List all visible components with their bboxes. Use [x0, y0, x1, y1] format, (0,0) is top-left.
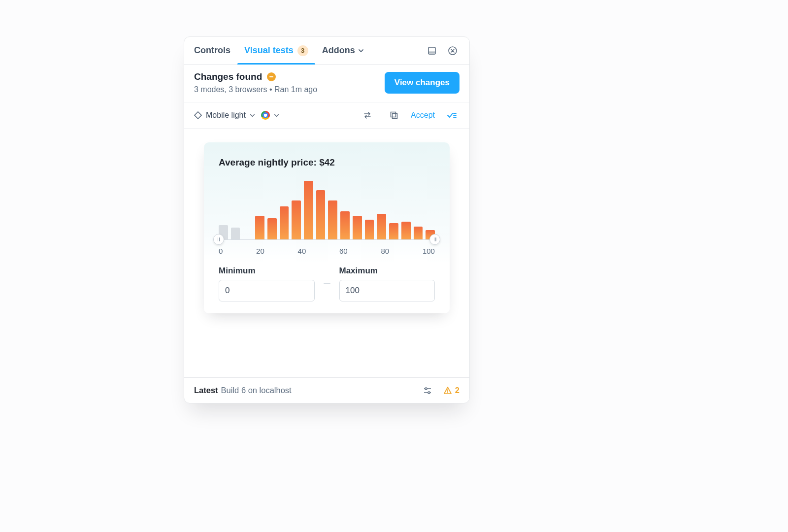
svg-point-13 — [428, 392, 430, 394]
chevron-down-icon — [250, 113, 255, 118]
histogram-bar — [267, 218, 277, 239]
header-row: Changes found 3 modes, 3 browsers • Ran … — [184, 65, 469, 102]
histogram-bar — [401, 222, 411, 239]
histogram-bar — [304, 181, 313, 239]
tab-addons[interactable]: Addons — [315, 37, 371, 64]
histogram-bar — [231, 228, 240, 239]
dock-bottom-icon[interactable] — [424, 43, 440, 59]
min-label: Minimum — [219, 266, 315, 276]
status-badge-changed-icon — [267, 72, 276, 81]
diff-overlay-icon[interactable] — [386, 107, 402, 123]
tab-addons-label: Addons — [322, 45, 355, 56]
histogram-bar — [280, 206, 289, 239]
price-histogram-card: Average nightly price: $42 020406080100 … — [204, 142, 450, 313]
view-changes-button[interactable]: View changes — [385, 72, 460, 94]
histogram-bar — [389, 223, 398, 239]
histogram-bar — [353, 216, 362, 239]
close-icon[interactable] — [445, 43, 460, 59]
warnings-count: 2 — [455, 386, 460, 395]
tab-controls[interactable]: Controls — [194, 37, 237, 64]
histogram-bar — [316, 190, 326, 239]
axis-tick: 40 — [298, 247, 306, 255]
mode-label: Mobile light — [206, 111, 246, 120]
chrome-icon — [261, 111, 270, 120]
changes-subtitle: 3 modes, 3 browsers • Ran 1m ago — [194, 85, 317, 94]
batch-accept-icon[interactable] — [444, 107, 460, 123]
min-input[interactable] — [219, 280, 315, 301]
tabs-row: Controls Visual tests 3 Addons — [184, 37, 469, 65]
histogram-chart: 020406080100 — [219, 181, 435, 255]
histogram-bar — [377, 214, 386, 239]
diamond-icon — [194, 111, 202, 119]
svg-rect-5 — [391, 112, 396, 117]
range-slider-handle-max[interactable] — [429, 234, 440, 245]
mode-selector[interactable]: Mobile light — [194, 111, 255, 120]
footer-latest-label: Latest — [194, 386, 218, 395]
axis-tick: 100 — [423, 247, 435, 255]
histogram-bar — [292, 200, 301, 239]
visual-tests-panel: Controls Visual tests 3 Addons Changes f… — [184, 36, 470, 403]
axis-tick: 60 — [339, 247, 348, 255]
snapshot-canvas: Average nightly price: $42 020406080100 … — [184, 129, 469, 377]
accept-button[interactable]: Accept — [408, 111, 438, 120]
range-slider-handle-min[interactable] — [213, 234, 224, 245]
svg-rect-4 — [195, 112, 201, 119]
svg-point-15 — [447, 392, 448, 393]
range-dash-separator — [324, 283, 330, 284]
histogram-axis-ticks: 020406080100 — [219, 247, 435, 255]
footer-build-text: Build 6 on localhost — [221, 386, 292, 395]
tab-visual-tests[interactable]: Visual tests 3 — [237, 37, 315, 64]
price-title-prefix: Average nightly price: — [219, 157, 319, 167]
price-title-value: $42 — [319, 157, 335, 167]
tab-controls-label: Controls — [194, 45, 230, 56]
svg-point-11 — [425, 388, 427, 390]
axis-tick: 20 — [256, 247, 264, 255]
histogram-bar — [328, 200, 337, 239]
warning-icon — [443, 386, 452, 395]
changes-found-title: Changes found — [194, 71, 262, 82]
swap-icon[interactable] — [360, 107, 375, 123]
axis-tick: 0 — [219, 247, 223, 255]
sliders-icon[interactable] — [420, 383, 435, 399]
histogram-bars — [219, 181, 435, 240]
browser-selector[interactable] — [261, 111, 279, 120]
max-input[interactable] — [339, 280, 435, 301]
snapshot-toolbar: Mobile light Accept — [184, 102, 469, 129]
chevron-down-icon — [358, 48, 364, 54]
price-card-title: Average nightly price: $42 — [219, 157, 435, 168]
tab-visual-tests-label: Visual tests — [244, 45, 294, 56]
histogram-bar — [340, 211, 350, 239]
warnings-indicator[interactable]: 2 — [443, 386, 460, 395]
svg-rect-6 — [393, 114, 397, 119]
range-inputs-row: Minimum Maximum — [219, 266, 435, 301]
histogram-bar — [414, 227, 423, 239]
chevron-down-icon — [274, 113, 279, 118]
histogram-bar — [365, 220, 374, 239]
max-label: Maximum — [339, 266, 435, 276]
axis-tick: 80 — [381, 247, 389, 255]
footer-bar: Latest Build 6 on localhost 2 — [184, 377, 469, 403]
tab-visual-tests-badge: 3 — [297, 45, 308, 56]
histogram-bar — [255, 216, 264, 239]
